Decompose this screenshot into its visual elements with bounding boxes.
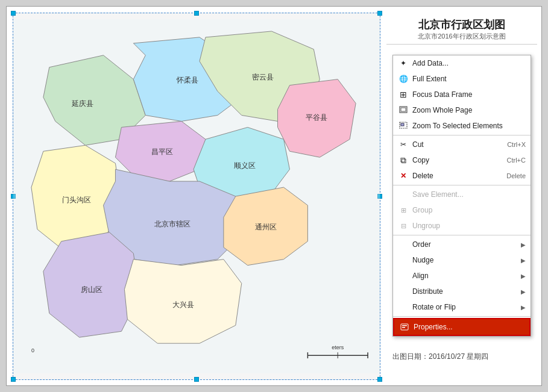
menu-delete-shortcut: Delete: [506, 172, 526, 179]
menu-properties-label: Properties...: [414, 323, 524, 331]
svg-text:门头沟区: 门头沟区: [62, 196, 91, 204]
svg-rect-35: [402, 327, 405, 328]
separator-4: [393, 316, 531, 317]
menu-focus-data-frame-label: Focus Data Frame: [412, 90, 526, 99]
distribute-icon: [398, 286, 409, 297]
svg-text:大兴县: 大兴县: [172, 300, 194, 309]
svg-text:房山区: 房山区: [81, 285, 102, 294]
menu-focus-data-frame[interactable]: ⊞ Focus Data Frame: [393, 87, 531, 102]
svg-rect-34: [402, 325, 407, 326]
svg-rect-30: [401, 108, 406, 111]
menu-rotate-flip[interactable]: Rotate or Flip ▶: [393, 299, 531, 315]
separator-1: [393, 135, 531, 135]
menu-cut-shortcut: Ctrl+X: [507, 141, 526, 148]
right-panel: 北京市行政区划图 北京市2016年行政区划示意图 ✦ Add Data... 🌐…: [386, 13, 537, 380]
menu-order-label: Order: [412, 240, 521, 249]
map-subtitle: 北京市2016年行政区划示意图: [389, 32, 534, 41]
menu-save-element: Save Element...: [393, 187, 531, 202]
menu-properties[interactable]: Properties...: [393, 318, 531, 336]
menu-align[interactable]: Align ▶: [393, 268, 531, 284]
title-area: 北京市行政区划图 北京市2016年行政区划示意图: [386, 13, 537, 45]
map-title: 北京市行政区划图: [389, 17, 534, 32]
svg-text:密云县: 密云县: [252, 73, 274, 81]
align-arrow: ▶: [521, 273, 526, 279]
map-svg: 延庆县 怀柔县 密云县 平谷县 昌平区 顺义区 门头沟区 北京市辖区: [13, 13, 380, 379]
group-icon: ⊞: [398, 205, 409, 216]
cut-icon: ✂: [398, 139, 409, 150]
ungroup-icon: ⊟: [398, 220, 409, 231]
zoom-whole-page-icon: [398, 105, 409, 116]
menu-ungroup-label: Ungroup: [412, 222, 526, 230]
svg-text:顺义区: 顺义区: [234, 161, 256, 170]
menu-cut-label: Cut: [412, 140, 501, 149]
svg-text:昌平区: 昌平区: [151, 148, 173, 156]
menu-add-data[interactable]: ✦ Add Data...: [393, 55, 531, 71]
menu-full-extent-label: Full Extent: [412, 75, 526, 83]
svg-text:平谷县: 平谷县: [306, 113, 327, 122]
svg-text:延庆县: 延庆县: [71, 99, 93, 108]
menu-copy-shortcut: Ctrl+C: [507, 157, 526, 164]
main-area: 延庆县 怀柔县 密云县 平谷县 昌平区 顺义区 门头沟区 北京市辖区: [6, 6, 542, 386]
nudge-icon: [398, 255, 409, 266]
menu-rotate-flip-label: Rotate or Flip: [412, 303, 521, 311]
full-extent-icon: 🌐: [398, 73, 409, 84]
separator-3: [393, 235, 531, 235]
menu-ungroup: ⊟ Ungroup: [393, 218, 531, 234]
zoom-selected-icon: [398, 120, 409, 131]
menu-group-label: Group: [412, 206, 526, 214]
menu-align-label: Align: [412, 272, 521, 280]
menu-zoom-selected-label: Zoom To Selected Elements: [412, 122, 526, 130]
date-footer: 出图日期：2016/10/27 星期四: [392, 352, 488, 362]
svg-text:eters: eters: [332, 344, 344, 350]
map-area: 延庆县 怀柔县 密云县 平谷县 昌平区 顺义区 门头沟区 北京市辖区: [13, 13, 380, 380]
menu-nudge[interactable]: Nudge ▶: [393, 252, 531, 268]
menu-cut[interactable]: ✂ Cut Ctrl+X: [393, 137, 531, 152]
save-element-icon: [398, 189, 409, 200]
menu-zoom-whole-page-label: Zoom Whole Page: [412, 106, 526, 114]
delete-icon: ✕: [398, 170, 409, 181]
menu-group: ⊞ Group: [393, 202, 531, 218]
context-menu: ✦ Add Data... 🌐 Full Extent ⊞ Focus Data…: [392, 55, 531, 337]
nudge-arrow: ▶: [521, 257, 526, 264]
distribute-arrow: ▶: [521, 288, 526, 295]
menu-delete[interactable]: ✕ Delete Delete: [393, 168, 531, 184]
separator-2: [393, 185, 531, 185]
order-arrow: ▶: [521, 241, 526, 248]
menu-full-extent[interactable]: 🌐 Full Extent: [393, 71, 531, 87]
svg-text:北京市辖区: 北京市辖区: [154, 220, 191, 228]
svg-rect-32: [401, 123, 404, 126]
focus-data-frame-icon: ⊞: [398, 89, 409, 100]
menu-copy-label: Copy: [412, 156, 501, 164]
menu-delete-label: Delete: [412, 172, 500, 180]
menu-distribute[interactable]: Distribute ▶: [393, 284, 531, 299]
rotate-flip-icon: [398, 302, 409, 313]
svg-text:0: 0: [31, 347, 34, 353]
copy-icon: ⧉: [398, 155, 409, 166]
svg-text:通州区: 通州区: [255, 223, 277, 231]
menu-zoom-selected[interactable]: Zoom To Selected Elements: [393, 118, 531, 134]
svg-text:怀柔县: 怀柔县: [176, 76, 198, 84]
rotate-flip-arrow: ▶: [521, 304, 526, 311]
menu-save-element-label: Save Element...: [412, 190, 526, 199]
add-data-icon: ✦: [398, 58, 409, 69]
properties-icon: [399, 322, 410, 332]
menu-distribute-label: Distribute: [412, 287, 521, 296]
menu-zoom-whole-page[interactable]: Zoom Whole Page: [393, 102, 531, 118]
menu-copy[interactable]: ⧉ Copy Ctrl+C: [393, 152, 531, 168]
order-icon: [398, 239, 409, 250]
menu-add-data-label: Add Data...: [412, 59, 526, 67]
menu-order[interactable]: Order ▶: [393, 237, 531, 252]
menu-nudge-label: Nudge: [412, 256, 521, 264]
align-icon: [398, 270, 409, 281]
